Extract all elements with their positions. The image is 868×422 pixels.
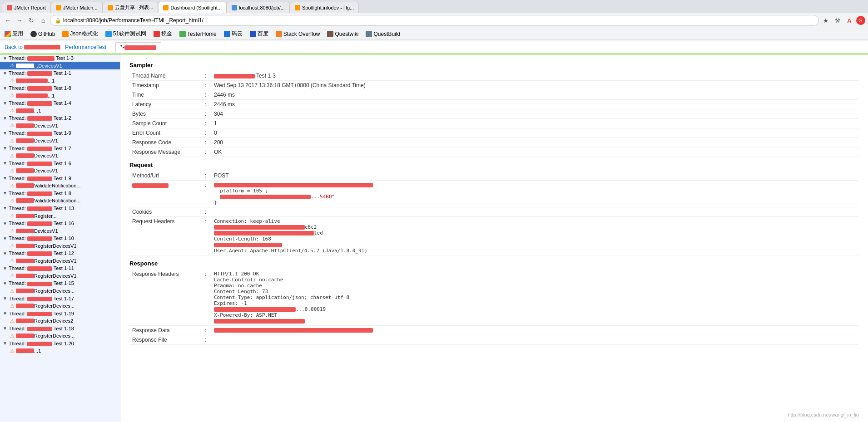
error-count-row: Error Count : 0: [129, 128, 859, 138]
thread-parent-1-6[interactable]: ▼ Thread: Test 1-6: [0, 160, 120, 167]
thread-child-1-6[interactable]: ⚠ DevicesV1: [0, 167, 120, 175]
thread-child-validate-2[interactable]: ⚠ ValidateNotification...: [0, 197, 120, 205]
bookmark-myyun[interactable]: 码云: [222, 29, 244, 39]
warn-icon: ⚠: [10, 153, 15, 159]
menu-icon[interactable]: A: [844, 15, 854, 25]
thread-child-1-10[interactable]: ⚠ RegisterDevicesV1: [0, 242, 120, 250]
query-string-row: : platform = 105 ; ...54RO" }: [129, 181, 859, 207]
response-code-value: 200: [211, 138, 859, 147]
bytes-label: Bytes: [129, 109, 202, 119]
tab-jmeter-report[interactable]: JMeter Report: [2, 2, 51, 13]
bookmark-baidu[interactable]: 百度: [248, 29, 270, 39]
thread-child-1-16[interactable]: ⚠ DevicesV1: [0, 227, 120, 235]
sample-count-row: Sample Count : 1: [129, 119, 859, 128]
profile-icon[interactable]: S: [856, 16, 865, 25]
toolbar-icons: ★ ⚒ A S: [821, 15, 865, 25]
thread-child-validate-1[interactable]: ⚠ ValidateNotification...: [0, 182, 120, 190]
tab-nav-active[interactable]: *-: [115, 42, 161, 52]
bookmark-star-icon[interactable]: ★: [821, 15, 831, 25]
thread-parent-1-16[interactable]: ▼ Thread: Test 1-16: [0, 220, 120, 227]
thread-child-1-8[interactable]: ⚠ ...1: [0, 92, 120, 99]
thread-child-1-11[interactable]: ⚠ RegisterDevicesV1: [0, 272, 120, 280]
thread-parent-1-19[interactable]: ▼ Thread: Test 1-19: [0, 310, 120, 317]
performance-test-link[interactable]: PerformanceTest: [65, 44, 106, 50]
sample-count-label: Sample Count: [129, 119, 202, 128]
thread-parent-1-9b[interactable]: ▼ Thread: Test 1-9: [0, 175, 120, 182]
back-link[interactable]: Back to: [5, 44, 60, 50]
tab-favicon-4: [163, 5, 169, 10]
thread-parent-1-3[interactable]: ▼ Thread: Test 1-3: [0, 54, 120, 62]
thread-parent-1-11[interactable]: ▼ Thread: Test 1-11: [0, 265, 120, 272]
thread-child-1-12[interactable]: ⚠ RegisterDevicesV1: [0, 257, 120, 265]
home-button[interactable]: ⌂: [38, 15, 48, 25]
collapse-icon: ▼: [3, 296, 7, 301]
tab-spotlight[interactable]: Spotlight.infodev - Hg...: [290, 2, 359, 13]
bookmark-testerhome[interactable]: TesterHome: [178, 30, 218, 38]
thread-parent-1-17[interactable]: ▼ Thread: Test 1-17: [0, 295, 120, 302]
child-label: DevicesV1: [34, 138, 58, 143]
bookmark-questbuild[interactable]: QuestBuild: [364, 30, 402, 38]
thread-parent-1-8[interactable]: ▼ Thread: Test 1-8: [0, 84, 120, 92]
warn-icon: ⚠: [10, 138, 15, 144]
collapse-icon: ▼: [3, 191, 7, 196]
tab-favicon-2: [56, 5, 61, 10]
thread-label: Thread: Test 1-3: [9, 55, 74, 61]
bookmark-stackoverflow[interactable]: Stack Overflow: [274, 30, 322, 38]
thread-parent-1-10[interactable]: ▼ Thread: Test 1-10: [0, 235, 120, 242]
collapse-icon: ▼: [3, 86, 7, 91]
bookmark-github[interactable]: GitHub: [29, 30, 57, 38]
warn-icon: ⚠: [10, 228, 15, 234]
bookmark-jijin[interactable]: 挖金: [152, 29, 174, 39]
colon-7: :: [202, 128, 211, 138]
thread-parent-1-7[interactable]: ▼ Thread: Test 1-7: [0, 145, 120, 152]
tab-yunpan[interactable]: 云盘共享 - 列表...: [103, 2, 159, 13]
thread-parent-1-1[interactable]: ▼ Thread: Test 1-1: [0, 69, 120, 77]
thread-parent-1-8b[interactable]: ▼ Thread: Test 1-8: [0, 190, 120, 197]
thread-child-1-20[interactable]: ⚠ ...1: [0, 347, 120, 355]
thread-child-1-15[interactable]: ⚠ RegisterDevices...: [0, 287, 120, 295]
thread-parent-1-12[interactable]: ▼ Thread: Test 1-12: [0, 250, 120, 257]
tab-jmeter-match[interactable]: JMeter Match...: [51, 2, 103, 13]
thread-parent-1-15[interactable]: ▼ Thread: Test 1-15: [0, 280, 120, 287]
response-headers-label: Response Headers: [129, 270, 202, 326]
thread-child-1-18[interactable]: ⚠ RegisterDevices...: [0, 332, 120, 340]
extensions-icon[interactable]: ⚒: [833, 15, 843, 25]
back-button[interactable]: ←: [3, 15, 13, 25]
reload-button[interactable]: ↻: [26, 15, 36, 25]
thread-parent-1-18[interactable]: ▼ Thread: Test 1-18: [0, 325, 120, 332]
thread-parent-1-13[interactable]: ▼ Thread: Test 1-13: [0, 205, 120, 212]
thread-parent-1-2[interactable]: ▼ Thread: Test 1-2: [0, 114, 120, 122]
bookmark-apps[interactable]: 应用: [3, 29, 25, 39]
thread-group: ▼ Thread: Test 1-3 ⚠ ...DevicesV1 ▼ Thre…: [0, 54, 120, 355]
user-agent-header: User-Agent: Apache-HttpClient/4.5.2 (Jav…: [214, 248, 367, 254]
forward-button[interactable]: →: [15, 15, 25, 25]
collapse-icon: ▼: [3, 176, 7, 181]
response-data-value: [211, 326, 859, 335]
thread-child-1-9a[interactable]: ⚠ DevicesV1: [0, 137, 120, 145]
thread-child-devices-v1-selected[interactable]: ⚠ ...DevicesV1: [0, 62, 120, 69]
thread-child-1-7[interactable]: ⚠ DevicesV1: [0, 152, 120, 160]
thread-child-1-19[interactable]: ⚠ RegisterDevices2: [0, 317, 120, 325]
address-input[interactable]: localhost:8080/job/PerformanceTest/HTML_…: [63, 17, 814, 24]
bookmark-questwiki[interactable]: Questwiki: [325, 30, 360, 38]
thread-label: Thread: Test 1-4: [9, 100, 71, 106]
thread-label: Thread: Test 1-12: [9, 250, 74, 256]
response-data-row: Response Data :: [129, 326, 859, 335]
thread-parent-1-9a[interactable]: ▼ Thread: Test 1-9: [0, 129, 120, 137]
back-redacted: [24, 45, 60, 49]
thread-parent-1-4[interactable]: ▼ Thread: Test 1-4: [0, 99, 120, 107]
tab-localhost[interactable]: localhost:8080/job/...: [227, 2, 290, 13]
time-value: 2446 ms: [211, 90, 859, 100]
tab-dashboard[interactable]: Dashboard (Spotlight...: [158, 2, 227, 13]
bookmark-51test[interactable]: 51软件测试网: [104, 29, 148, 39]
thread-child-1-4[interactable]: ⚠ ...1: [0, 107, 120, 114]
bookmark-json[interactable]: Json格式化: [60, 29, 99, 39]
thread-parent-1-20[interactable]: ▼ Thread: Test 1-20: [0, 340, 120, 347]
thread-child-1-13[interactable]: ⚠ Register...: [0, 212, 120, 220]
thread-child-1-2[interactable]: ⚠ DevicesV1: [0, 122, 120, 129]
thread-label: Thread: Test 1-13: [9, 206, 74, 211]
address-bar[interactable]: 🔒 localhost:8080/job/PerformanceTest/HTM…: [50, 15, 819, 26]
collapse-icon: ▼: [3, 131, 7, 136]
thread-child-1-1[interactable]: ⚠ ...1: [0, 77, 120, 84]
thread-child-1-17[interactable]: ⚠ RegisterDevices...: [0, 302, 120, 310]
